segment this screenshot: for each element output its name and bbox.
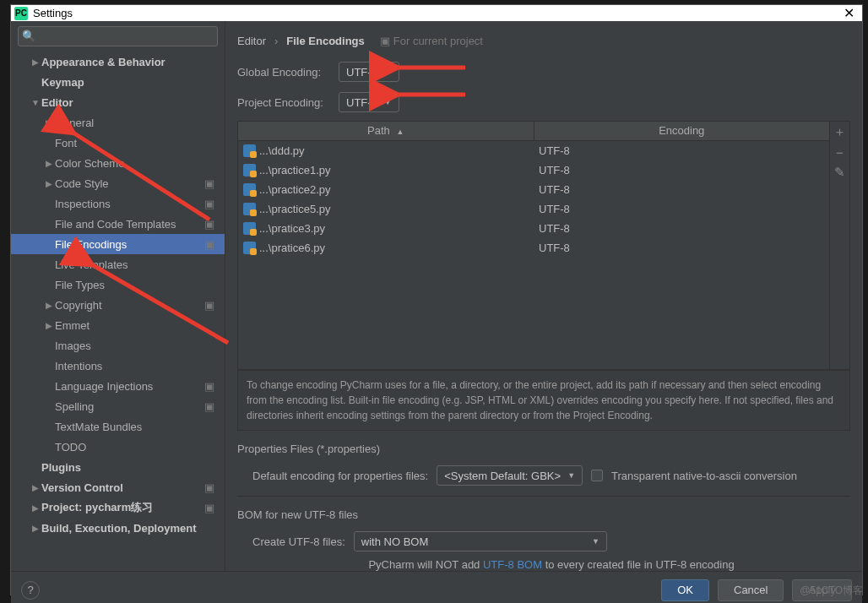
python-file-icon xyxy=(243,164,256,177)
sidebar-item-todo[interactable]: TODO xyxy=(11,437,225,457)
python-file-icon xyxy=(243,242,256,254)
table-row[interactable]: ...\practice5.pyUTF-8 xyxy=(238,199,829,219)
project-scope-icon: ▣ xyxy=(204,400,214,413)
chevron-right-icon: › xyxy=(274,35,278,47)
project-scope-icon: ▣ xyxy=(204,238,214,251)
tree-item-label: Project: pycharm练习 xyxy=(41,500,204,515)
sidebar-item-file-and-code-templates[interactable]: File and Code Templates▣ xyxy=(11,214,225,234)
sidebar-item-file-encodings[interactable]: File Encodings▣ xyxy=(11,234,225,254)
create-utf8-dropdown[interactable]: with NO BOM ▼ xyxy=(354,531,607,551)
caret-down-icon: ▼ xyxy=(567,471,575,480)
tree-item-label: Intentions xyxy=(55,360,220,372)
remove-row-button[interactable]: − xyxy=(830,142,849,162)
add-row-button[interactable]: ＋ xyxy=(830,122,849,142)
tree-item-label: Build, Execution, Deployment xyxy=(41,522,220,535)
breadcrumb-root[interactable]: Editor xyxy=(237,35,266,47)
tree-item-label: TODO xyxy=(55,441,220,454)
python-file-icon xyxy=(243,144,256,157)
table-row[interactable]: ...\pratice6.pyUTF-8 xyxy=(238,238,829,258)
file-encoding: UTF-8 xyxy=(534,203,829,215)
caret-down-icon: ▼ xyxy=(384,68,392,76)
file-path: ...\ddd.py xyxy=(259,144,304,157)
sidebar-item-plugins[interactable]: Plugins xyxy=(11,457,225,477)
python-file-icon xyxy=(243,203,256,215)
create-utf8-label: Create UTF-8 files: xyxy=(252,535,345,548)
sidebar-item-project-pycharm-[interactable]: ▶Project: pycharm练习▣ xyxy=(11,497,225,518)
search-input[interactable] xyxy=(18,26,218,46)
sidebar-item-emmet[interactable]: ▶Emmet xyxy=(11,315,225,335)
sidebar-item-version-control[interactable]: ▶Version Control▣ xyxy=(11,477,225,497)
sidebar-item-font[interactable]: Font xyxy=(11,133,225,153)
sidebar-item-keymap[interactable]: Keymap xyxy=(11,72,225,92)
sidebar-item-textmate-bundles[interactable]: TextMate Bundles xyxy=(11,416,225,437)
tree-item-label: File Encodings xyxy=(55,238,204,251)
python-file-icon xyxy=(243,183,256,196)
project-encoding-dropdown[interactable]: UTF-8 ▼ xyxy=(339,92,399,112)
settings-sidebar: 🔍 ▶Appearance & BehaviorKeymap▼Editor▶Ge… xyxy=(11,21,225,571)
table-header-path[interactable]: Path ▲ xyxy=(238,122,534,140)
tree-arrow-icon: ▼ xyxy=(30,98,41,107)
global-encoding-dropdown[interactable]: UTF-8 ▼ xyxy=(339,62,399,82)
scope-label: ▣ For current project xyxy=(380,35,483,47)
tree-item-label: Copyright xyxy=(55,299,204,312)
table-row[interactable]: ...\ddd.pyUTF-8 xyxy=(238,141,829,160)
close-icon[interactable]: ✕ xyxy=(838,5,859,21)
project-encoding-label: Project Encoding: xyxy=(237,96,330,109)
project-scope-icon: ▣ xyxy=(204,218,214,231)
sidebar-item-inspections[interactable]: Inspections▣ xyxy=(11,193,225,214)
sidebar-item-file-types[interactable]: File Types xyxy=(11,274,225,295)
file-path: ...\practice5.py xyxy=(259,203,331,215)
table-row[interactable]: ...\pratice3.pyUTF-8 xyxy=(238,219,829,238)
tree-arrow-icon: ▶ xyxy=(30,483,41,492)
tree-item-label: General xyxy=(55,117,220,129)
tree-arrow-icon: ▶ xyxy=(43,159,55,168)
settings-tree: ▶Appearance & BehaviorKeymap▼Editor▶Gene… xyxy=(11,52,225,571)
table-header-encoding[interactable]: Encoding xyxy=(534,122,830,140)
sidebar-item-editor[interactable]: ▼Editor xyxy=(11,92,225,112)
file-encoding: UTF-8 xyxy=(534,183,829,196)
titlebar: PC Settings ✕ xyxy=(11,5,862,21)
table-row[interactable]: ...\practice1.pyUTF-8 xyxy=(238,160,829,180)
properties-encoding-dropdown[interactable]: <System Default: GBK> ▼ xyxy=(437,465,583,486)
tree-item-label: Spelling xyxy=(55,400,204,413)
ok-button[interactable]: OK xyxy=(661,579,709,601)
sidebar-item-color-scheme[interactable]: ▶Color Scheme xyxy=(11,153,225,173)
tree-arrow-icon: ▶ xyxy=(43,301,55,310)
file-encoding: UTF-8 xyxy=(534,222,829,235)
sidebar-item-live-templates[interactable]: Live Templates xyxy=(11,254,225,274)
sidebar-item-images[interactable]: Images xyxy=(11,335,225,356)
properties-default-label: Default encoding for properties files: xyxy=(252,470,428,482)
sidebar-item-copyright[interactable]: ▶Copyright▣ xyxy=(11,295,225,315)
file-encoding: UTF-8 xyxy=(534,242,829,254)
sort-asc-icon: ▲ xyxy=(396,128,404,136)
sidebar-item-code-style[interactable]: ▶Code Style▣ xyxy=(11,173,225,193)
python-file-icon xyxy=(243,222,256,235)
file-path: ...\pratice3.py xyxy=(259,222,325,235)
sidebar-item-spelling[interactable]: Spelling▣ xyxy=(11,396,225,416)
help-button[interactable]: ? xyxy=(21,581,40,600)
project-scope-icon: ▣ xyxy=(204,299,214,312)
file-path: ...\practice1.py xyxy=(259,164,331,177)
breadcrumb-current: File Encodings xyxy=(286,35,364,47)
bom-note: PyCharm will NOT add UTF-8 BOM to every … xyxy=(368,558,734,571)
caret-down-icon: ▼ xyxy=(384,98,392,106)
tree-item-label: Live Templates xyxy=(55,258,220,271)
sidebar-item-appearance-behavior[interactable]: ▶Appearance & Behavior xyxy=(11,52,225,72)
sidebar-item-general[interactable]: ▶General xyxy=(11,112,225,133)
file-path: ...\pratice6.py xyxy=(259,242,325,254)
sidebar-item-language-injections[interactable]: Language Injections▣ xyxy=(11,376,225,396)
file-encoding: UTF-8 xyxy=(534,164,829,177)
tree-item-label: Appearance & Behavior xyxy=(41,56,220,68)
cancel-button[interactable]: Cancel xyxy=(718,579,784,601)
tree-item-label: Editor xyxy=(41,96,220,109)
tree-item-label: Language Injections xyxy=(55,380,204,393)
transparent-ascii-checkbox[interactable] xyxy=(591,470,603,481)
project-scope-icon: ▣ xyxy=(204,481,214,494)
settings-main: Editor › File Encodings ▣ For current pr… xyxy=(225,21,862,571)
edit-row-button[interactable]: ✎ xyxy=(830,162,849,182)
tree-item-label: Keymap xyxy=(41,76,220,89)
utf8-bom-link[interactable]: UTF-8 BOM xyxy=(483,558,542,571)
sidebar-item-intentions[interactable]: Intentions xyxy=(11,356,225,376)
table-row[interactable]: ...\practice2.pyUTF-8 xyxy=(238,180,829,199)
sidebar-item-build-execution-deployment[interactable]: ▶Build, Execution, Deployment xyxy=(11,518,225,538)
